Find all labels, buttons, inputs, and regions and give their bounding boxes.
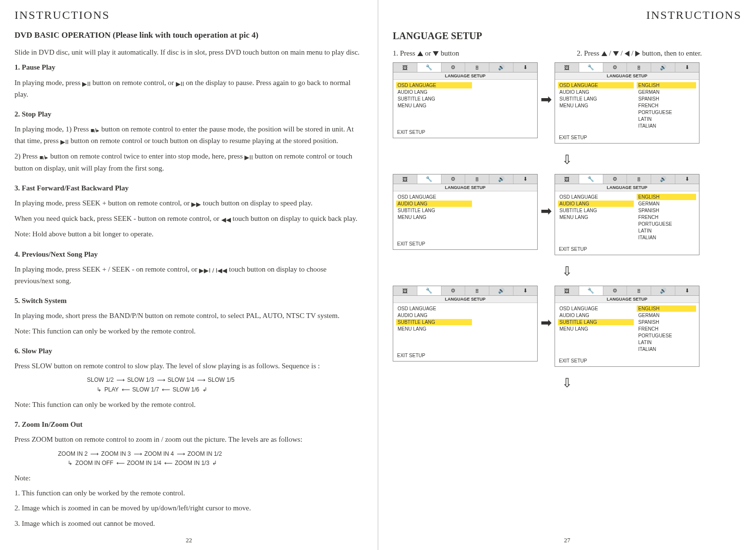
osd-tab[interactable]: 🔊 [489,63,514,72]
osd-options-list: ENGLISHGERMANSPANISHFRENCHPORTUGUESELATI… [634,305,696,353]
osd-exit[interactable]: EXIT SETUP [393,351,537,361]
osd-exit[interactable]: EXIT SETUP [555,245,699,255]
s6-h: 6. Slow Play [14,346,363,357]
osd-tab[interactable]: ⬇ [514,174,537,184]
osd-tab[interactable]: 🎚 [627,286,651,295]
arrow-down-icon: ⇩ [393,152,742,167]
osd-exit[interactable]: EXIT SETUP [555,133,699,143]
osd-menu-item[interactable]: SUBTITLE LANG [558,96,634,102]
osd-tab[interactable]: ⬇ [514,286,537,295]
osd-tab[interactable]: 🖼 [393,63,417,72]
osd-option-item[interactable]: ITALIAN [637,234,696,241]
osd-tab-bar: 🖼🔧⚙🎚🔊⬇ [393,63,537,72]
osd-tab[interactable]: 🎚 [465,286,489,295]
osd-menu-item[interactable]: AUDIO LANG [558,89,634,95]
osd-menu-item[interactable]: OSD LANGUAGE [396,305,472,312]
osd-menu-item[interactable]: SUBTITLE LANG [558,207,634,214]
osd-option-item[interactable]: SPANISH [637,319,696,325]
osd-menu-item[interactable]: AUDIO LANG [558,312,634,318]
osd-option-item[interactable]: SPANISH [637,96,696,102]
osd-menu-list: OSD LANGUAGEAUDIO LANGSUBTITLE LANGMENU … [396,193,472,236]
osd-option-item[interactable]: ENGLISH [637,194,696,200]
osd-menu-item[interactable]: MENU LANG [558,102,634,109]
osd-tab[interactable]: 🔧 [417,174,442,184]
osd-menu-item[interactable]: AUDIO LANG [396,201,472,207]
osd-tab[interactable]: ⚙ [442,286,466,295]
osd-tab[interactable]: 🖼 [393,286,417,295]
osd-tab[interactable]: ⬇ [675,174,699,184]
osd-menu-list: OSD LANGUAGEAUDIO LANGSUBTITLE LANGMENU … [396,82,472,124]
osd-tab[interactable]: 🔧 [579,286,603,295]
osd-menu-item[interactable]: MENU LANG [396,102,472,109]
osd-menu-item[interactable]: SUBTITLE LANG [558,319,634,325]
osd-tab[interactable]: 🔊 [489,286,514,295]
osd-exit[interactable]: EXIT SETUP [393,240,537,249]
osd-menu-list: OSD LANGUAGEAUDIO LANGSUBTITLE LANGMENU … [558,82,634,130]
osd-option-item[interactable]: ITALIAN [637,123,696,129]
osd-tab[interactable]: ⬇ [675,63,699,72]
osd-tab[interactable]: ⚙ [442,63,466,72]
osd-tab[interactable]: ⚙ [603,174,628,184]
osd-tab[interactable]: ⚙ [603,286,628,295]
osd-option-item[interactable]: GERMAN [637,312,696,318]
osd-tab[interactable]: 🔧 [417,63,442,72]
osd-tab[interactable]: 🎚 [627,174,651,184]
osd-tab[interactable]: 🔧 [417,286,442,295]
osd-menu-item[interactable]: MENU LANG [396,214,472,220]
osd-menu-item[interactable]: SUBTITLE LANG [396,207,472,214]
osd-option-item[interactable]: LATIN [637,116,696,122]
osd-menu-item[interactable]: SUBTITLE LANG [396,319,472,325]
osd-exit[interactable]: EXIT SETUP [555,357,699,366]
next-prev-icon: ▶▶I / I◀◀ [199,266,227,275]
osd-option-item[interactable]: PORTUGUESE [637,221,696,227]
osd-option-item[interactable]: GERMAN [637,201,696,207]
osd-menu-item[interactable]: OSD LANGUAGE [558,82,634,88]
osd-tab[interactable]: 🖼 [555,174,579,184]
osd-option-item[interactable]: ITALIAN [637,346,696,352]
osd-tab[interactable]: 🔊 [489,174,514,184]
osd-menu-item[interactable]: AUDIO LANG [396,312,472,318]
osd-menu-item[interactable]: MENU LANG [558,214,634,220]
osd-menu-item[interactable]: OSD LANGUAGE [558,305,634,312]
osd-option-item[interactable]: SPANISH [637,207,696,214]
osd-option-item[interactable]: ENGLISH [637,82,696,88]
osd-tab[interactable]: 🔧 [579,63,603,72]
osd-tab[interactable]: 🔊 [651,174,675,184]
osd-option-item[interactable]: FRENCH [637,102,696,109]
stop-play-icon: ■/▸ [40,153,48,162]
osd-tab[interactable]: 🔊 [651,286,675,295]
osd-tab[interactable]: 🖼 [555,63,579,72]
osd-menu-item[interactable]: AUDIO LANG [396,89,472,95]
osd-tab[interactable]: 🎚 [465,63,489,72]
osd-tab[interactable]: ⚙ [442,174,466,184]
osd-menu-item[interactable]: MENU LANG [396,326,472,332]
osd-tab[interactable]: 🖼 [555,286,579,295]
osd-menu-item[interactable]: SUBTITLE LANG [396,96,472,102]
osd-option-item[interactable]: PORTUGUESE [637,333,696,339]
osd-menu-item[interactable]: OSD LANGUAGE [558,194,634,200]
osd-option-item[interactable]: FRENCH [637,214,696,220]
osd-option-item[interactable]: PORTUGUESE [637,109,696,116]
osd-tab[interactable]: ⬇ [514,63,537,72]
osd-tab[interactable]: 🎚 [465,174,489,184]
osd-option-item[interactable]: LATIN [637,228,696,234]
osd-tab[interactable]: 🔧 [579,174,603,184]
osd-tab[interactable]: 🔊 [651,63,675,72]
osd-tab[interactable]: 🎚 [627,63,651,72]
osd-option-item[interactable]: FRENCH [637,326,696,332]
osd-tab[interactable]: 🖼 [393,174,417,184]
s7-h: 7. Zoom In/Zoom Out [14,419,363,430]
osd-tab[interactable]: ⬇ [675,286,699,295]
fast-backward-icon: ◀◀ [221,215,231,225]
left-body: Slide in DVD disc, unit will play it aut… [14,47,363,529]
osd-menu-item[interactable]: MENU LANG [558,326,634,332]
osd-option-item[interactable]: ENGLISH [637,305,696,312]
osd-menu-item[interactable]: OSD LANGUAGE [396,194,472,200]
osd-menu-item[interactable]: AUDIO LANG [558,201,634,207]
osd-tab[interactable]: ⚙ [603,63,628,72]
triangle-up-icon [601,51,607,56]
osd-exit[interactable]: EXIT SETUP [393,128,537,138]
osd-menu-item[interactable]: OSD LANGUAGE [396,82,472,88]
osd-option-item[interactable]: LATIN [637,339,696,346]
osd-option-item[interactable]: GERMAN [637,89,696,95]
